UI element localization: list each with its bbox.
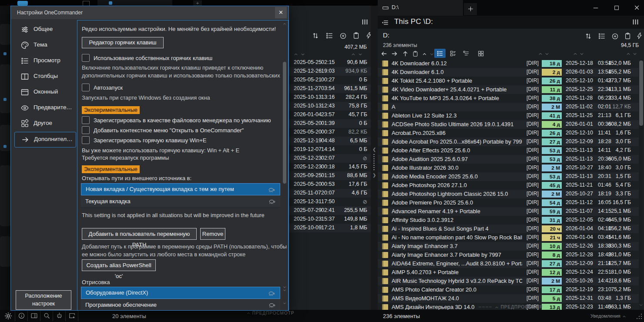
file-row[interactable]: Acrobat.Pro.2025.x86 [DIR] 26 д 2025-12-… <box>378 129 639 138</box>
add-path-button[interactable]: Добавить в пользователь переменную PATH <box>82 228 197 240</box>
file-row[interactable]: Adobe Illustrator 2026 30.0 [DIR] 2 М 20… <box>378 164 639 172</box>
settings-nav-item[interactable]: Оконный <box>14 85 75 100</box>
gear-icon[interactable] <box>4 312 13 320</box>
settings-nav-item[interactable]: Столбцы <box>14 69 75 84</box>
sort-asc-icon[interactable] <box>351 52 356 57</box>
collapse-right-icon[interactable]: ❯ <box>372 173 376 178</box>
win-e-checkbox[interactable] <box>82 136 90 144</box>
automation-button[interactable] <box>53 310 66 321</box>
file-row[interactable]: 2025-12-23 02:07 ⊘ <box>288 154 371 163</box>
file-row[interactable]: 4K Video Downloader+ 25.4.4.0271 + Porta… <box>378 85 639 94</box>
file-row[interactable]: A [DIR] 2 М 2025-11-02 02:01 12,7 КБ <box>378 103 639 111</box>
file-row[interactable]: 2025-05-21 00:27 0 Б <box>288 76 371 84</box>
columns-view-icon[interactable] <box>632 18 639 26</box>
view-details-button[interactable] <box>434 49 446 58</box>
new-tab-button[interactable] <box>464 3 477 15</box>
panel-layout-button[interactable] <box>27 310 40 321</box>
view-tree-button[interactable] <box>460 49 472 58</box>
file-row[interactable]: Adobe After Effects 2025 25.6.0 [DIR] 53… <box>378 146 639 155</box>
file-row[interactable]: Adobe Photoshop 2026 27.1.0 [DIR] 45 д 2… <box>378 181 639 190</box>
scroll-end-icon[interactable] <box>638 302 644 308</box>
settings-nav-item[interactable]: Просмотр <box>14 54 75 68</box>
new-item-icon[interactable] <box>611 33 619 40</box>
scroll-up-icon[interactable] <box>282 22 287 26</box>
settings-nav-item[interactable]: Предварительн... <box>14 101 75 115</box>
scrollbar-thumb[interactable] <box>283 62 286 184</box>
panel-splitter[interactable]: ❮ ❯ <box>371 6 378 310</box>
hotkey-editor-button[interactable]: Редактор горячих клавиш <box>82 37 164 48</box>
collapse-left-icon[interactable]: ❮ <box>372 147 376 152</box>
file-row[interactable]: Advanced Renamer 4.19 + Portable [DIR] 5… <box>378 207 639 216</box>
file-row[interactable]: Aiarty Image Enhancer 3.7 Portable by 79… <box>378 251 639 259</box>
file-row[interactable]: AMS ВидеоМОНТАЖ 24.0 [DIR] 5 д 2025-12-3… <box>378 294 639 303</box>
register-default-checkbox[interactable] <box>82 116 90 124</box>
file-row[interactable]: 2025-10-09 17:21 1,8 МБ <box>288 224 371 232</box>
view-grid-button[interactable] <box>475 49 486 58</box>
dialog-close-button[interactable]: ✕ <box>275 7 287 18</box>
settings-nav-item[interactable]: Общее <box>14 22 75 37</box>
settings-nav-item[interactable]: Другое <box>14 116 75 131</box>
settings-location-button[interactable]: Расположение настроек <box>16 290 71 310</box>
option-row[interactable]: Новая вкладка / Существующая вкладка с т… <box>81 183 280 195</box>
left-preview-toggle[interactable]: ПРЕДПРОСМОТР <box>246 311 295 315</box>
add-panel-button[interactable] <box>65 310 78 321</box>
file-row[interactable]: 2025-12-31 17:50 ⊘ <box>288 198 371 206</box>
file-row[interactable]: 2025-12-23 00:18 14,5 ГБ <box>288 163 371 171</box>
preview-toggle[interactable]: ┄┄┄┄ ПРЕДПРОСМОТР <box>479 305 543 310</box>
file-row[interactable]: 2025-10-13 13:16 282,4 ГБ <box>288 93 371 102</box>
history-up-icon[interactable] <box>422 51 427 57</box>
resize-grip[interactable] <box>636 313 642 319</box>
minimize-button[interactable] <box>588 2 603 13</box>
quick-actions-icon[interactable] <box>636 32 643 40</box>
file-row[interactable]: 2025-05-20 00:37 82,2 КБ <box>288 128 371 137</box>
file-row[interactable]: 2025-10-23 15:37 149,8 МБ <box>288 215 371 224</box>
file-row[interactable]: Adobe Acrobat Pro 2025.0...x86x64) Porta… <box>378 138 639 146</box>
breadcrumb-path[interactable]: D: <box>383 31 389 39</box>
list-style-icon[interactable] <box>325 32 333 40</box>
sort-desc-icon[interactable] <box>358 52 363 57</box>
sort-asc-icon[interactable] <box>538 51 543 57</box>
sort-desc-icon[interactable] <box>300 52 305 57</box>
settings-nav-item[interactable]: Тема <box>14 38 75 53</box>
sort-icon[interactable] <box>584 32 592 40</box>
content-scrollbar[interactable] <box>282 20 287 310</box>
option-row[interactable]: Текущая вкладка <box>81 195 280 208</box>
tab-list-icon[interactable] <box>381 19 389 27</box>
paste-icon[interactable] <box>624 32 631 40</box>
file-row[interactable]: Adobe Premiere Pro 2025 25.6.0 [DIR] 54 … <box>378 198 639 207</box>
file-row[interactable]: 2025-05-20 00:53 17,6 ГБ <box>288 180 371 189</box>
maximize-button[interactable] <box>609 2 624 13</box>
notifications-toggle[interactable]: Уведомления <box>590 313 627 319</box>
file-row[interactable]: Ableton Live 12 Suite 12.3 [DIR] 41 д 20… <box>378 111 639 120</box>
option-row[interactable]: Оборудование (DirectX) <box>81 287 280 299</box>
autostart-checkbox[interactable] <box>82 84 90 91</box>
sort-asc-icon[interactable] <box>293 52 299 57</box>
file-row[interactable]: 4K Downloader 6.0.12 [DIR] 18 д 2025-12-… <box>378 59 639 68</box>
back-icon[interactable] <box>380 50 388 57</box>
file-row[interactable]: 4K YouTube to MP3 25.4.3.0264 + Portable… <box>378 94 639 103</box>
custom-hotkeys-checkbox[interactable] <box>82 54 90 62</box>
sort-desc-icon[interactable] <box>632 51 637 57</box>
file-row[interactable]: 2025-09-25 01:15 88,6 МБ <box>288 171 371 180</box>
file-row[interactable]: 2025-12-26 19:03 934,9 КБ <box>288 67 371 76</box>
file-row[interactable]: Aiarty Image Enhancer 3.7 [DIR] 10 д 202… <box>378 242 639 251</box>
sort-asc-icon[interactable] <box>573 51 578 57</box>
context-menu-checkbox[interactable] <box>82 126 90 134</box>
list-style-icon[interactable] <box>598 32 606 40</box>
file-row[interactable]: 2025-12-19 04:48 6,5 МБ <box>288 137 371 145</box>
file-row[interactable]: ACDSee Photo Studio Ultimate 2026 19.0.1… <box>378 120 639 129</box>
file-row[interactable]: Affinity Studio 3.0.2.3912 [DIR] 31 д 20… <box>378 216 639 225</box>
dialog-title-bar[interactable]: Настройки OneCommander ✕ <box>11 6 288 19</box>
file-row[interactable]: 2019-12-07 14:14 0 Б <box>288 145 371 154</box>
file-row[interactable]: Adobe Audition 2025 25.6.0.97 [DIR] 53 д… <box>378 155 639 164</box>
settings-nav-item[interactable]: Дополнительно <box>14 132 76 148</box>
file-row[interactable]: 2025-07-29 02:41 255,5 МБ <box>288 206 371 215</box>
file-row[interactable]: 2025-11-07 20:07 4,6 ГБ <box>288 189 371 198</box>
columns-view-icon[interactable] <box>361 18 369 26</box>
file-row[interactable]: 2025-05-25 02:15 90,6 МБ <box>288 58 371 67</box>
file-row[interactable]: 2025-05-20 01:39 0 Б <box>288 119 371 128</box>
clipboard-icon[interactable] <box>412 50 419 57</box>
file-row[interactable]: AIR Music Technology Hybrid 3 v3.2.0 ReP… <box>378 277 639 285</box>
file-row[interactable]: Adobe Photoshop Lightroom Classic 2026 1… <box>378 190 639 198</box>
sort-icon[interactable] <box>312 32 319 40</box>
